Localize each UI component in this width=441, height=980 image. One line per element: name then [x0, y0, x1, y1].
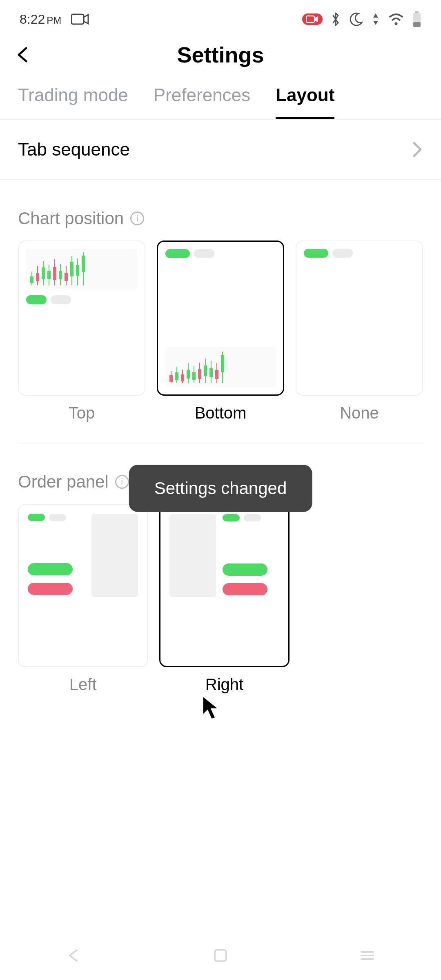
chart-position-title: Chart position: [18, 209, 124, 228]
page-header: Settings: [0, 34, 441, 75]
chevron-right-icon: [412, 140, 423, 158]
status-bar: 8:22PM: [0, 0, 441, 34]
info-icon[interactable]: i: [115, 475, 129, 489]
battery-icon: [412, 11, 421, 27]
tab-preferences[interactable]: Preferences: [154, 85, 250, 119]
settings-tabs: Trading mode Preferences Layout: [0, 75, 441, 120]
camera-icon: [71, 13, 89, 25]
nav-home-icon[interactable]: [213, 948, 228, 963]
svg-rect-0: [71, 14, 84, 24]
chart-position-section: Chart position i: [0, 180, 441, 443]
status-time: 8:22PM: [20, 12, 61, 27]
tab-trading-mode[interactable]: Trading mode: [18, 85, 128, 119]
android-navbar: [0, 931, 441, 980]
recording-badge: [302, 13, 323, 25]
chart-position-option-top[interactable]: Top: [18, 241, 145, 422]
tab-sequence-label: Tab sequence: [18, 139, 130, 160]
moon-icon: [349, 12, 363, 27]
svg-rect-1: [306, 16, 314, 22]
nav-recent-icon[interactable]: [359, 949, 375, 962]
wifi-icon: [388, 13, 404, 25]
toast-message: Settings changed: [129, 465, 312, 512]
data-sync-icon: [372, 13, 380, 26]
option-label: Top: [69, 404, 95, 422]
chart-position-option-none[interactable]: None: [296, 241, 423, 422]
mouse-cursor-icon: [200, 694, 223, 723]
option-label: None: [340, 404, 379, 422]
option-label: Left: [69, 675, 97, 694]
svg-rect-6: [215, 950, 226, 961]
order-panel-option-right[interactable]: Right: [159, 504, 289, 694]
option-label: Bottom: [195, 404, 247, 422]
order-panel-title: Order panel: [18, 472, 109, 492]
page-title: Settings: [0, 42, 441, 67]
nav-back-icon[interactable]: [66, 947, 82, 964]
svg-point-2: [395, 22, 398, 25]
chart-position-option-bottom[interactable]: Bottom: [157, 241, 284, 422]
svg-rect-5: [413, 22, 421, 27]
tab-sequence-row[interactable]: Tab sequence: [0, 120, 441, 180]
svg-rect-3: [415, 11, 419, 13]
info-icon[interactable]: i: [130, 212, 144, 225]
option-label: Right: [205, 675, 243, 694]
bluetooth-icon: [331, 12, 341, 27]
tab-layout[interactable]: Layout: [276, 85, 334, 119]
order-panel-option-left[interactable]: Left: [18, 504, 148, 694]
